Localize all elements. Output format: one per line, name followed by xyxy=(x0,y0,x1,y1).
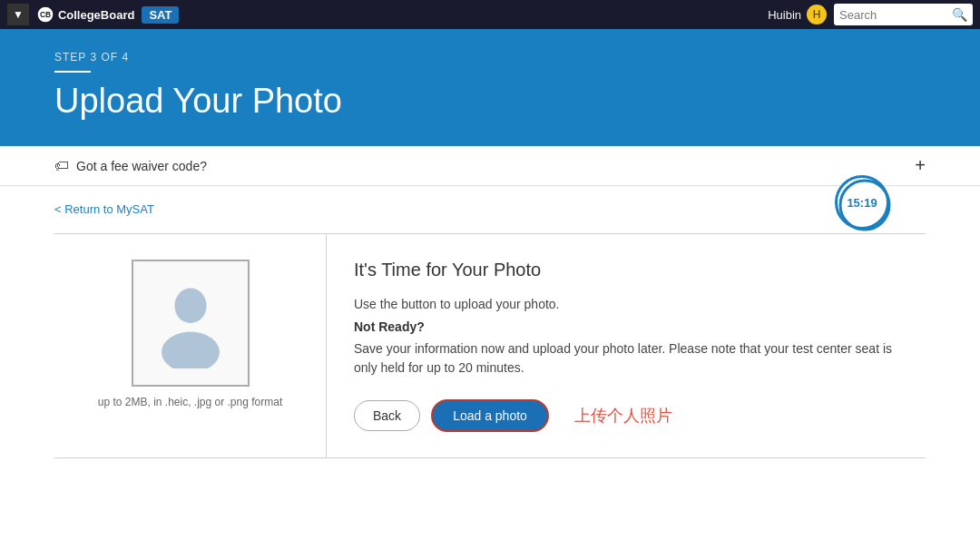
back-button[interactable]: Back xyxy=(354,400,420,431)
avatar-initial: H xyxy=(813,8,821,21)
navbar: ▼ CB CollegeBoard SAT Huibin H 🔍 xyxy=(0,0,980,29)
hero-banner: STEP 3 OF 4 Upload Your Photo xyxy=(0,29,980,146)
svg-text:CB: CB xyxy=(40,10,51,19)
timer-container: 15:19 xyxy=(835,175,889,230)
photo-action-buttons: Back Load a photo 上传个人照片 xyxy=(354,399,898,432)
timer-value: 15:19 xyxy=(847,196,877,210)
collegeboard-icon: CB xyxy=(36,5,54,24)
not-ready-label: Not Ready? xyxy=(354,319,898,334)
page-title: Upload Your Photo xyxy=(54,82,926,121)
photo-left-panel: up to 2MB, in .heic, .jpg or .png format xyxy=(54,234,327,457)
fee-waiver-bar: 🏷 Got a fee waiver code? + xyxy=(0,146,980,186)
tag-icon: 🏷 xyxy=(54,158,69,174)
user-name: Huibin xyxy=(768,8,801,22)
fee-waiver-expand-button[interactable]: + xyxy=(915,155,926,176)
fee-waiver-label: Got a fee waiver code? xyxy=(76,159,207,173)
nav-dropdown-button[interactable]: ▼ xyxy=(7,4,29,25)
main-content: < Return to MySAT up to 2MB, in .heic, .… xyxy=(0,186,980,458)
annotation-label: 上传个人照片 xyxy=(574,405,672,427)
search-input[interactable] xyxy=(839,8,948,22)
save-info-text: Save your information now and upload you… xyxy=(354,339,898,378)
fee-waiver-content: 🏷 Got a fee waiver code? xyxy=(54,158,207,174)
dropdown-arrow: ▼ xyxy=(13,8,24,21)
photo-upload-desc: Use the button to upload your photo. xyxy=(354,295,898,314)
person-silhouette-icon xyxy=(154,278,227,368)
photo-section-title: It's Time for Your Photo xyxy=(354,260,898,280)
return-to-mysat-link[interactable]: < Return to MySAT xyxy=(54,202,154,216)
sat-badge: SAT xyxy=(142,6,179,24)
timer-display: 15:19 xyxy=(835,175,889,230)
avatar: H xyxy=(807,5,827,25)
photo-right-panel: It's Time for Your Photo Use the button … xyxy=(327,234,926,457)
photo-format-hint: up to 2MB, in .heic, .jpg or .png format xyxy=(98,396,282,408)
photo-upload-section: up to 2MB, in .heic, .jpg or .png format… xyxy=(54,233,926,458)
svg-point-4 xyxy=(162,332,220,368)
collegeboard-logo: CB CollegeBoard xyxy=(36,5,135,24)
load-photo-button[interactable]: Load a photo xyxy=(431,399,549,432)
svg-point-3 xyxy=(174,289,206,323)
search-box: 🔍 xyxy=(834,4,973,25)
user-info: Huibin H xyxy=(768,5,827,25)
step-line xyxy=(54,71,91,73)
photo-placeholder xyxy=(132,260,250,387)
step-label: STEP 3 OF 4 xyxy=(54,51,926,64)
search-icon-button[interactable]: 🔍 xyxy=(952,7,967,22)
brand-name: CollegeBoard xyxy=(58,8,135,22)
